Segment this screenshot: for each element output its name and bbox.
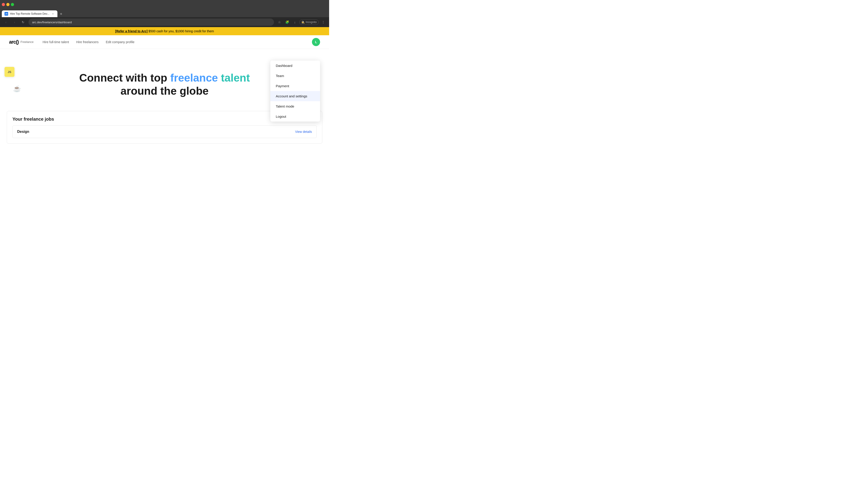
browser-addressbar: ‹ › ↻ arc.dev/freelancers/dashboard ☆ 🧩 …: [0, 17, 329, 27]
js-icon-floating: JS: [4, 67, 16, 78]
tab-close-btn[interactable]: ×: [51, 12, 55, 15]
tab-favicon: JS: [4, 12, 8, 15]
java-badge: ☕: [11, 85, 23, 92]
window-maximize-btn[interactable]: [11, 3, 14, 6]
dropdown-item-team[interactable]: Team: [270, 71, 320, 81]
reload-btn[interactable]: ↻: [20, 19, 26, 25]
page-wrapper: [Refer a friend to Arc] $500 cash for yo…: [0, 27, 329, 153]
hero-title-space: [218, 72, 221, 84]
incognito-badge: 🕵 Incognito: [299, 20, 319, 25]
browser-actions: ☆ 🧩 ↓ 🕵 Incognito ⋮: [276, 19, 327, 25]
dropdown-item-talent-mode[interactable]: Talent mode: [270, 101, 320, 111]
hero-title-highlight2: talent: [221, 72, 250, 84]
nav-link-hire-freelancers[interactable]: Hire freelancers: [76, 40, 98, 44]
new-tab-btn[interactable]: +: [58, 11, 64, 17]
nav-right: L: [312, 38, 320, 46]
window-close-btn[interactable]: [2, 3, 5, 6]
view-details-link[interactable]: View details: [295, 130, 312, 133]
download-btn[interactable]: ↓: [291, 19, 298, 25]
js-badge: JS: [4, 67, 14, 77]
back-btn[interactable]: ‹: [3, 19, 9, 25]
window-controls: [2, 3, 14, 6]
main-nav: arc() Freelance Hire full-time talent Hi…: [0, 35, 329, 49]
java-icon-floating: ☕: [11, 85, 23, 96]
star-btn[interactable]: ☆: [276, 19, 283, 25]
more-btn[interactable]: ⋮: [320, 19, 327, 25]
promo-banner: [Refer a friend to Arc] $500 cash for yo…: [0, 27, 329, 35]
dropdown-menu: Dashboard Team Payment Account and setti…: [270, 61, 320, 122]
browser-tab-active[interactable]: JS Hire Top Remote Software Dev... ×: [2, 10, 57, 17]
java-cup-icon: ☕: [13, 85, 21, 92]
dropdown-item-payment[interactable]: Payment: [270, 81, 320, 91]
star-icon: ☆: [278, 20, 281, 24]
address-bar-text: arc.dev/freelancers/dashboard: [32, 21, 72, 24]
incognito-label: Incognito: [306, 21, 317, 24]
forward-icon: ›: [14, 20, 15, 24]
logo-area: arc() Freelance: [9, 39, 34, 45]
nav-link-edit-company[interactable]: Edit company profile: [106, 40, 134, 44]
dropdown-item-account-settings[interactable]: Account and settings: [270, 91, 320, 101]
dropdown-item-dashboard[interactable]: Dashboard: [270, 61, 320, 71]
download-icon: ↓: [294, 20, 296, 24]
logo: arc(): [9, 39, 19, 45]
promo-text: $500 cash for you, $1000 hiring credit f…: [148, 29, 214, 33]
address-bar-container[interactable]: arc.dev/freelancers/dashboard: [29, 19, 274, 26]
forward-btn[interactable]: ›: [11, 19, 18, 25]
more-icon: ⋮: [322, 20, 325, 24]
promo-link[interactable]: [Refer a friend to Arc]: [115, 29, 148, 33]
job-name: Design: [17, 130, 29, 134]
logo-label: Freelance: [21, 40, 34, 43]
tab-bar: JS Hire Top Remote Software Dev... × +: [0, 9, 329, 17]
user-avatar[interactable]: L: [312, 38, 320, 46]
reload-icon: ↻: [22, 20, 24, 24]
browser-chrome: JS Hire Top Remote Software Dev... × + ‹…: [0, 0, 329, 27]
hero-title-highlight1: freelance: [170, 72, 218, 84]
nav-link-hire-fulltime[interactable]: Hire full-time talent: [43, 40, 69, 44]
extensions-btn[interactable]: 🧩: [284, 19, 290, 25]
incognito-icon: 🕵: [301, 21, 305, 24]
hero-title-part1: Connect with top: [79, 72, 170, 84]
window-minimize-btn[interactable]: [6, 3, 9, 6]
hero-title-part2: around the globe: [121, 85, 209, 97]
nav-links: Hire full-time talent Hire freelancers E…: [43, 40, 312, 44]
tab-title: Hire Top Remote Software Dev...: [10, 12, 49, 15]
browser-titlebar: [0, 0, 329, 9]
back-icon: ‹: [5, 20, 6, 24]
jobs-title: Your freelance jobs: [12, 117, 54, 122]
dropdown-item-logout[interactable]: Logout: [270, 111, 320, 122]
extensions-icon: 🧩: [285, 20, 289, 24]
job-item: Design View details: [12, 125, 317, 138]
